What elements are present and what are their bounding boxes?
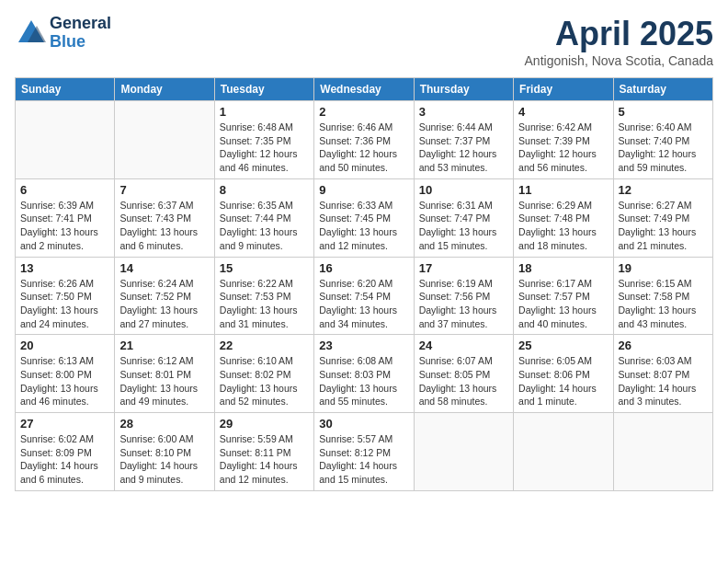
day-number: 3 (419, 105, 508, 119)
calendar-cell (613, 413, 712, 491)
logo-blue: Blue (50, 33, 111, 52)
title-block: April 2025 Antigonish, Nova Scotia, Cana… (525, 15, 713, 68)
day-info: Sunrise: 6:26 AM Sunset: 7:50 PM Dayligh… (20, 277, 109, 331)
day-number: 24 (419, 339, 508, 352)
day-info: Sunrise: 6:10 AM Sunset: 8:02 PM Dayligh… (220, 354, 309, 408)
day-number: 15 (220, 261, 309, 275)
calendar-cell: 29Sunrise: 5:59 AM Sunset: 8:11 PM Dayli… (214, 413, 313, 491)
day-info: Sunrise: 6:05 AM Sunset: 8:06 PM Dayligh… (518, 354, 608, 408)
calendar-cell: 17Sunrise: 6:19 AM Sunset: 7:56 PM Dayli… (414, 257, 513, 335)
calendar-cell: 24Sunrise: 6:07 AM Sunset: 8:05 PM Dayli… (414, 335, 513, 413)
weekday-header: Monday (115, 78, 214, 101)
day-info: Sunrise: 6:03 AM Sunset: 8:07 PM Dayligh… (619, 354, 708, 408)
calendar-cell: 27Sunrise: 6:02 AM Sunset: 8:09 PM Dayli… (16, 413, 115, 491)
day-number: 6 (20, 183, 109, 197)
day-number: 2 (319, 105, 408, 119)
day-number: 26 (619, 339, 708, 352)
calendar-table: SundayMondayTuesdayWednesdayThursdayFrid… (15, 77, 713, 491)
day-number: 7 (119, 183, 209, 197)
day-info: Sunrise: 6:46 AM Sunset: 7:36 PM Dayligh… (319, 121, 408, 175)
calendar-cell: 4Sunrise: 6:42 AM Sunset: 7:39 PM Daylig… (514, 101, 613, 179)
day-info: Sunrise: 6:35 AM Sunset: 7:44 PM Dayligh… (220, 199, 309, 253)
day-number: 9 (319, 183, 408, 197)
calendar-cell: 20Sunrise: 6:13 AM Sunset: 8:00 PM Dayli… (16, 335, 115, 413)
day-info: Sunrise: 6:07 AM Sunset: 8:05 PM Dayligh… (419, 354, 508, 408)
logo: General Blue (15, 15, 111, 52)
location-subtitle: Antigonish, Nova Scotia, Canada (525, 53, 713, 68)
day-number: 14 (119, 261, 209, 275)
day-info: Sunrise: 6:20 AM Sunset: 7:54 PM Dayligh… (319, 277, 408, 331)
day-number: 30 (319, 417, 408, 431)
calendar-cell: 18Sunrise: 6:17 AM Sunset: 7:57 PM Dayli… (514, 257, 613, 335)
day-number: 23 (319, 339, 408, 352)
calendar-cell: 21Sunrise: 6:12 AM Sunset: 8:01 PM Dayli… (115, 335, 214, 413)
day-number: 8 (220, 183, 309, 197)
calendar-week-row: 20Sunrise: 6:13 AM Sunset: 8:00 PM Dayli… (16, 335, 713, 413)
calendar-week-row: 1Sunrise: 6:48 AM Sunset: 7:35 PM Daylig… (16, 101, 713, 179)
day-info: Sunrise: 6:24 AM Sunset: 7:52 PM Dayligh… (119, 277, 209, 331)
day-info: Sunrise: 5:57 AM Sunset: 8:12 PM Dayligh… (319, 432, 408, 487)
calendar-week-row: 13Sunrise: 6:26 AM Sunset: 7:50 PM Dayli… (16, 257, 713, 335)
day-info: Sunrise: 6:17 AM Sunset: 7:57 PM Dayligh… (518, 277, 608, 331)
day-info: Sunrise: 6:13 AM Sunset: 8:00 PM Dayligh… (20, 354, 109, 408)
day-info: Sunrise: 6:31 AM Sunset: 7:47 PM Dayligh… (419, 199, 508, 253)
calendar-cell: 30Sunrise: 5:57 AM Sunset: 8:12 PM Dayli… (314, 413, 414, 491)
day-number: 13 (20, 261, 109, 275)
day-info: Sunrise: 6:08 AM Sunset: 8:03 PM Dayligh… (319, 354, 408, 408)
day-info: Sunrise: 6:15 AM Sunset: 7:58 PM Dayligh… (619, 277, 708, 331)
calendar-cell: 15Sunrise: 6:22 AM Sunset: 7:53 PM Dayli… (214, 257, 313, 335)
page-header: General Blue April 2025 Antigonish, Nova… (15, 15, 713, 68)
day-info: Sunrise: 6:19 AM Sunset: 7:56 PM Dayligh… (419, 277, 508, 331)
day-number: 10 (419, 183, 508, 197)
day-number: 22 (220, 339, 309, 352)
calendar-cell: 12Sunrise: 6:27 AM Sunset: 7:49 PM Dayli… (613, 178, 712, 257)
day-info: Sunrise: 6:44 AM Sunset: 7:37 PM Dayligh… (419, 121, 508, 175)
calendar-cell: 6Sunrise: 6:39 AM Sunset: 7:41 PM Daylig… (16, 178, 115, 257)
calendar-week-row: 6Sunrise: 6:39 AM Sunset: 7:41 PM Daylig… (16, 178, 713, 257)
day-number: 4 (518, 105, 608, 119)
day-info: Sunrise: 6:40 AM Sunset: 7:40 PM Dayligh… (619, 121, 708, 175)
weekday-header: Thursday (414, 78, 513, 101)
calendar-cell: 5Sunrise: 6:40 AM Sunset: 7:40 PM Daylig… (613, 101, 712, 179)
day-number: 17 (419, 261, 508, 275)
calendar-week-row: 27Sunrise: 6:02 AM Sunset: 8:09 PM Dayli… (16, 413, 713, 491)
calendar-cell: 26Sunrise: 6:03 AM Sunset: 8:07 PM Dayli… (613, 335, 712, 413)
day-info: Sunrise: 6:22 AM Sunset: 7:53 PM Dayligh… (220, 277, 309, 331)
logo-icon (15, 17, 48, 50)
day-number: 12 (619, 183, 708, 197)
calendar-cell: 9Sunrise: 6:33 AM Sunset: 7:45 PM Daylig… (314, 178, 414, 257)
calendar-cell: 25Sunrise: 6:05 AM Sunset: 8:06 PM Dayli… (514, 335, 613, 413)
day-number: 25 (518, 339, 608, 352)
day-number: 16 (319, 261, 408, 275)
day-number: 18 (518, 261, 608, 275)
day-info: Sunrise: 6:12 AM Sunset: 8:01 PM Dayligh… (119, 354, 209, 408)
day-number: 19 (619, 261, 708, 275)
calendar-cell: 28Sunrise: 6:00 AM Sunset: 8:10 PM Dayli… (115, 413, 214, 491)
calendar-cell (16, 101, 115, 179)
calendar-cell (514, 413, 613, 491)
day-info: Sunrise: 6:02 AM Sunset: 8:09 PM Dayligh… (20, 432, 109, 487)
day-number: 1 (220, 105, 309, 119)
day-number: 11 (518, 183, 608, 197)
calendar-cell (115, 101, 214, 179)
calendar-cell: 11Sunrise: 6:29 AM Sunset: 7:48 PM Dayli… (514, 178, 613, 257)
weekday-header: Sunday (16, 78, 115, 101)
day-number: 20 (20, 339, 109, 352)
day-info: Sunrise: 6:39 AM Sunset: 7:41 PM Dayligh… (20, 199, 109, 253)
calendar-cell: 10Sunrise: 6:31 AM Sunset: 7:47 PM Dayli… (414, 178, 513, 257)
calendar-cell: 8Sunrise: 6:35 AM Sunset: 7:44 PM Daylig… (214, 178, 313, 257)
day-number: 28 (119, 417, 209, 431)
calendar-cell: 3Sunrise: 6:44 AM Sunset: 7:37 PM Daylig… (414, 101, 513, 179)
weekday-header: Wednesday (314, 78, 414, 101)
day-info: Sunrise: 6:29 AM Sunset: 7:48 PM Dayligh… (518, 199, 608, 253)
calendar-cell: 16Sunrise: 6:20 AM Sunset: 7:54 PM Dayli… (314, 257, 414, 335)
day-number: 5 (619, 105, 708, 119)
day-info: Sunrise: 6:27 AM Sunset: 7:49 PM Dayligh… (619, 199, 708, 253)
logo-general: General (50, 15, 111, 33)
calendar-cell: 1Sunrise: 6:48 AM Sunset: 7:35 PM Daylig… (214, 101, 313, 179)
calendar-cell: 14Sunrise: 6:24 AM Sunset: 7:52 PM Dayli… (115, 257, 214, 335)
weekday-header: Saturday (613, 78, 712, 101)
day-number: 21 (119, 339, 209, 352)
day-info: Sunrise: 6:33 AM Sunset: 7:45 PM Dayligh… (319, 199, 408, 253)
weekday-header: Friday (514, 78, 613, 101)
